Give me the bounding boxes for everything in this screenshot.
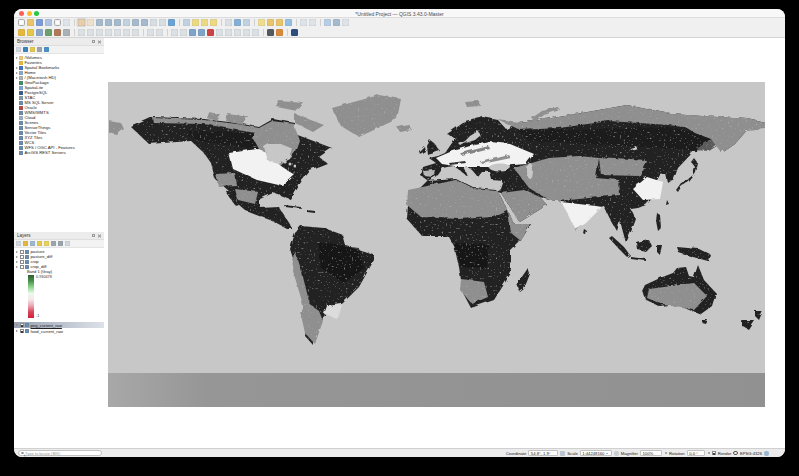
rotate-feature-button[interactable]: [189, 29, 196, 36]
expand-arrow-icon[interactable]: [16, 324, 18, 326]
add-group-button[interactable]: [23, 241, 28, 246]
browser-float-button[interactable]: [92, 40, 96, 44]
expand-arrow-icon[interactable]: [16, 72, 18, 74]
map-canvas[interactable]: [104, 38, 785, 448]
deselect-features-button[interactable]: [201, 19, 208, 26]
measure-bearing-button[interactable]: [309, 19, 316, 26]
expand-arrow-icon[interactable]: [16, 67, 18, 69]
add-record-button[interactable]: [78, 29, 85, 36]
expand-arrow-icon[interactable]: [16, 57, 18, 59]
magnifier-value[interactable]: 100%: [640, 450, 662, 456]
layer-checkbox[interactable]: [20, 265, 24, 269]
coordinate-value[interactable]: 54.8°, 1.9°: [528, 450, 558, 456]
reshape-button[interactable]: [225, 29, 232, 36]
magnifier-stepper[interactable]: [665, 452, 667, 455]
messages-icon[interactable]: [764, 451, 769, 456]
new-map-view-button[interactable]: [300, 19, 307, 26]
new-print-layout-button[interactable]: [54, 19, 61, 26]
save-project-as-button[interactable]: [45, 19, 52, 26]
layers-float-button[interactable]: [92, 234, 96, 238]
new-project-button[interactable]: [18, 19, 25, 26]
temporal-controller-button[interactable]: [285, 19, 292, 26]
filter-browser-button[interactable]: [30, 47, 35, 52]
extents-icon[interactable]: [560, 451, 565, 456]
filter-legend-button[interactable]: [37, 241, 42, 246]
layers-close-button[interactable]: [98, 234, 102, 238]
toggle-editing-button[interactable]: [27, 29, 34, 36]
split-features-button[interactable]: [234, 29, 241, 36]
crs-value[interactable]: EPSG:4326: [740, 451, 762, 456]
expand-arrow-icon[interactable]: [16, 266, 18, 268]
zoom-native-button[interactable]: [141, 19, 148, 26]
current-edits-button[interactable]: [18, 29, 25, 36]
show-bookmarks-button[interactable]: [276, 19, 283, 26]
select-by-expression-button[interactable]: [210, 19, 217, 26]
select-features-button[interactable]: [192, 19, 199, 26]
statistics-button[interactable]: [243, 19, 250, 26]
python-console-button[interactable]: [291, 29, 298, 36]
browser-close-button[interactable]: [98, 40, 102, 44]
delete-ring-button[interactable]: [207, 29, 214, 36]
split-parts-button[interactable]: [243, 29, 250, 36]
collapse-tree-button[interactable]: [58, 241, 63, 246]
browser-item-arcgis-rest-servers[interactable]: ArcGIS REST Servers: [14, 150, 104, 155]
filter-expression-button[interactable]: [44, 241, 49, 246]
move-feature-button[interactable]: [96, 29, 103, 36]
expand-arrow-icon[interactable]: [16, 261, 18, 263]
layer-checkbox[interactable]: [20, 329, 24, 333]
render-checkbox[interactable]: [712, 451, 716, 455]
remove-layer-button[interactable]: [65, 241, 70, 246]
zoom-out-button[interactable]: [105, 19, 112, 26]
lock-scale-icon[interactable]: [614, 451, 619, 456]
zoom-full-button[interactable]: [114, 19, 121, 26]
rotation-value[interactable]: 0.0 °: [687, 450, 705, 456]
manage-themes-button[interactable]: [30, 241, 35, 246]
scale-combobox[interactable]: 1:44248160: [580, 450, 612, 456]
delete-selected-button[interactable]: [105, 29, 112, 36]
identify-features-button[interactable]: [183, 19, 190, 26]
save-edits-button[interactable]: [36, 29, 43, 36]
processing-toolbox-button[interactable]: [276, 29, 283, 36]
add-layer-button[interactable]: [16, 47, 21, 52]
save-project-button[interactable]: [36, 19, 43, 26]
expand-arrow-icon[interactable]: [16, 77, 18, 79]
expand-arrow-icon[interactable]: [16, 256, 18, 258]
map-tips-button[interactable]: [258, 19, 265, 26]
new-bookmark-button[interactable]: [267, 19, 274, 26]
layer-checkbox[interactable]: [20, 260, 24, 264]
zoom-next-button[interactable]: [159, 19, 166, 26]
open-project-button[interactable]: [27, 19, 34, 26]
redo-button[interactable]: [156, 29, 163, 36]
paste-features-button[interactable]: [132, 29, 139, 36]
vertex-tool-button[interactable]: [63, 29, 70, 36]
open-styling-button[interactable]: [16, 241, 21, 246]
zoom-in-button[interactable]: [96, 19, 103, 26]
simplify-feature-button[interactable]: [198, 29, 205, 36]
layer-checkbox[interactable]: [20, 323, 24, 327]
merge-features-button[interactable]: [180, 29, 187, 36]
show-summary-button[interactable]: [324, 19, 331, 26]
collapse-all-button[interactable]: [37, 47, 42, 52]
sum-features-button[interactable]: [234, 19, 241, 26]
refresh-map-button[interactable]: [168, 19, 175, 26]
locator-input[interactable]: Type to locate (⌘K): [18, 450, 102, 457]
layer-checkbox[interactable]: [20, 255, 24, 259]
expand-arrow-icon[interactable]: [16, 251, 18, 253]
digitize-polygon-button[interactable]: [45, 29, 52, 36]
measure-button[interactable]: [225, 19, 232, 26]
undo-button[interactable]: [147, 29, 154, 36]
pan-to-selection-button[interactable]: [87, 19, 94, 26]
search-button[interactable]: [333, 19, 340, 26]
layer-item-food_current_raw[interactable]: food_current_raw: [14, 328, 104, 334]
layer-checkbox[interactable]: [20, 250, 24, 254]
zoom-to-selection-button[interactable]: [123, 19, 130, 26]
properties-button[interactable]: [44, 47, 49, 52]
options-button[interactable]: [342, 19, 349, 26]
layout-manager-button[interactable]: [63, 19, 70, 26]
cut-features-button[interactable]: [114, 29, 121, 36]
copy-features-button[interactable]: [123, 29, 130, 36]
zoom-to-layer-button[interactable]: [132, 19, 139, 26]
add-line-button[interactable]: [54, 29, 61, 36]
pan-map-button[interactable]: [78, 19, 85, 26]
expand-all-button[interactable]: [51, 241, 56, 246]
